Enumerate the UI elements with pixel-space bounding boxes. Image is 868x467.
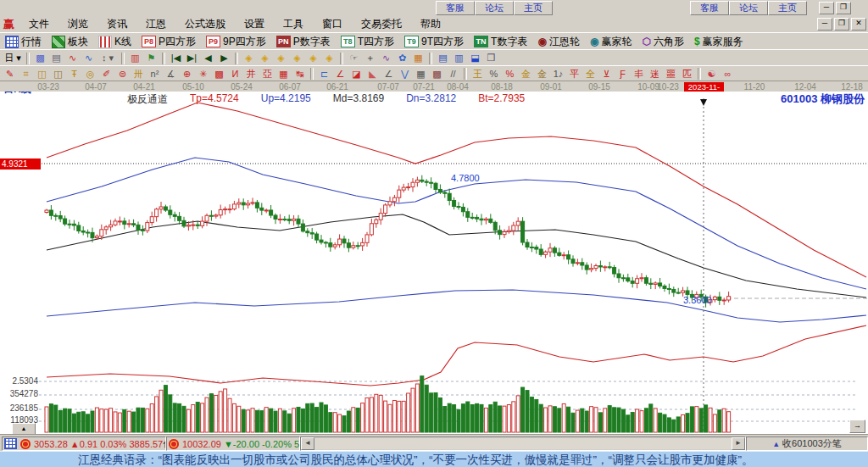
last-bar-icon[interactable]: ▶| (184, 51, 200, 65)
gold2-icon[interactable]: 金 (534, 67, 550, 81)
angle-icon[interactable]: ∠ (381, 67, 397, 81)
n-wave-icon[interactable]: И (227, 67, 243, 81)
toolbar-item-9t-square[interactable]: T99T四方形 (399, 35, 469, 49)
kline-style-icon[interactable]: ▥ (127, 51, 143, 65)
scrollbar-right-button[interactable]: ► (732, 437, 745, 450)
hand-tool-icon[interactable]: ☞ (346, 51, 362, 65)
pen-tool-icon[interactable]: ✎ (2, 67, 18, 81)
calculator-icon[interactable]: ▤ (435, 51, 451, 65)
menu-item-9[interactable]: 帮助 (411, 17, 450, 31)
n-square-icon[interactable]: n² (147, 67, 163, 81)
calendar-icon[interactable]: ▦ (410, 51, 426, 65)
titlebar-right-link-1[interactable]: 论坛 (729, 1, 768, 15)
tick-panel[interactable]: ▲ 收601003分笔 (746, 436, 868, 451)
scale-selector[interactable]: ↕ ▾ (97, 51, 119, 65)
grid-gray-icon[interactable]: ▦ (413, 67, 429, 81)
flat-icon[interactable]: 平 (566, 67, 582, 81)
wave-blue-icon[interactable]: ∿ (81, 51, 97, 65)
toolbar-item-quotes[interactable]: 行情 (0, 35, 47, 49)
toolbar-item-t-square[interactable]: T8T四方形 (336, 35, 399, 49)
titlebar-link-0[interactable]: 客服 (436, 1, 475, 15)
window-restore-button[interactable]: ❐ (836, 2, 851, 14)
child-close-button[interactable]: ✕ (851, 18, 866, 31)
chart-scrollbar[interactable]: ◄ ► (300, 436, 746, 451)
zoom-diamond-1-icon[interactable]: ◈ (241, 51, 257, 65)
gann-square-icon[interactable]: ◫ (34, 67, 50, 81)
yinyang-icon[interactable]: ☯ (704, 67, 720, 81)
f-line-icon[interactable]: Ƒ (615, 67, 631, 81)
e-grid-icon[interactable]: 噩 (663, 67, 679, 81)
crosshair-icon[interactable]: ＋ (362, 51, 378, 65)
child-minimize-button[interactable]: ─ (817, 18, 832, 31)
menu-item-7[interactable]: 窗口 (313, 17, 352, 31)
report-icon[interactable]: ▥ (451, 51, 467, 65)
truck-icon[interactable]: ❒ (483, 51, 499, 65)
menu-item-0[interactable]: 文件 (19, 17, 58, 31)
block-red-icon[interactable]: 亞 (259, 67, 275, 81)
xor-icon[interactable]: ⊻ (598, 67, 615, 81)
toolbar-item-t-number-table[interactable]: TNT数字表 (469, 35, 532, 49)
note-icon[interactable]: 1♪ (550, 67, 566, 81)
scroll-right-chart-button[interactable]: → (849, 420, 865, 433)
span-icon[interactable]: ↹ (292, 67, 308, 81)
toolbar-item-hexagon[interactable]: ⬡六角形 (637, 35, 688, 49)
half-square-icon[interactable]: ◪ (348, 67, 364, 81)
bars-gold-icon[interactable]: 卅 (131, 67, 147, 81)
menu-item-3[interactable]: 江恩 (136, 17, 175, 31)
toolbar-item-kline[interactable]: K线 (93, 35, 136, 49)
spiral-icon[interactable]: ◎ (82, 67, 98, 81)
pi-icon[interactable]: 匹 (679, 67, 695, 81)
zoom-diamond-3-icon[interactable]: ◈ (273, 51, 289, 65)
asterisk-icon[interactable]: ✳ (195, 67, 211, 81)
toolbar-item-winner-service[interactable]: $赢家服务 (689, 35, 748, 49)
child-restore-button[interactable]: ❐ (834, 18, 849, 31)
wave-red-icon[interactable]: ∿ (64, 51, 81, 65)
menu-item-8[interactable]: 交易委托 (352, 17, 411, 31)
gold-icon[interactable]: 金 (518, 67, 534, 81)
king-icon[interactable]: 王 (470, 67, 486, 81)
toolbar-item-p-number-table[interactable]: PNP数字表 (271, 35, 336, 49)
vee-icon[interactable]: ⋁ (397, 67, 413, 81)
scrollbar-track[interactable] (314, 438, 732, 449)
chart-area[interactable]: 江恩工具软件 QQ:100800360 赢家聊吧 财赢 日K线 极反通道 Tp=… (0, 92, 868, 434)
red-grid-icon[interactable]: ▩ (211, 67, 227, 81)
next-bar-icon[interactable]: ▶ (216, 51, 232, 65)
zoom-diamond-2-icon[interactable]: ◈ (257, 51, 273, 65)
toolbar-item-sectors[interactable]: 板块 (47, 35, 93, 49)
percent-icon[interactable]: % (486, 67, 502, 81)
marker-pen-icon[interactable]: ✐ (98, 67, 114, 81)
menu-item-6[interactable]: 工具 (274, 17, 313, 31)
toolbar-item-p-square[interactable]: P8P四方形 (136, 35, 201, 49)
expand-indicator-button[interactable]: ▲ (12, 423, 36, 434)
grid-dark-icon[interactable]: ▩ (429, 67, 445, 81)
titlebar-link-2[interactable]: 主页 (514, 1, 553, 15)
toolbar-item-9p-square[interactable]: P99P四方形 (201, 35, 271, 49)
triangle-icon[interactable]: ◣ (364, 67, 381, 81)
lattice-icon[interactable]: ▦ (275, 67, 292, 81)
gann-fan-icon[interactable]: ∠ (332, 67, 348, 81)
circle-cross-icon[interactable]: ⊕ (179, 67, 195, 81)
zoom-diamond-6-icon[interactable]: ◈ (321, 51, 337, 65)
quan-icon[interactable]: 全 (582, 67, 598, 81)
titlebar-right-link-0[interactable]: 客服 (690, 1, 729, 15)
board-icon[interactable]: ▤ (48, 51, 64, 65)
circle-lines-icon[interactable]: ⊜ (114, 67, 131, 81)
well-icon[interactable]: 井 (243, 67, 259, 81)
window-minimize-button[interactable]: ─ (819, 2, 834, 14)
feng-icon[interactable]: 丯 (631, 67, 647, 81)
toolbar-item-gann-wheel[interactable]: ◉江恩轮 (532, 35, 584, 49)
parallel-icon[interactable]: // (445, 67, 461, 81)
flag-icon[interactable]: ⚑ (143, 51, 159, 65)
scrollbar-left-button[interactable]: ◄ (301, 437, 314, 450)
gann-square2-icon[interactable]: ◫ (50, 67, 66, 81)
bracket-icon[interactable]: ⊏ (316, 67, 332, 81)
save-icon[interactable]: ⬓ (467, 51, 483, 65)
first-bar-icon[interactable]: |◀ (168, 51, 184, 65)
menu-item-1[interactable]: 浏览 (58, 17, 97, 31)
gann-grid-icon[interactable]: ⌗ (18, 67, 34, 81)
t-line-icon[interactable]: Ŧ (66, 67, 82, 81)
zoom-diamond-5-icon[interactable]: ◈ (305, 51, 321, 65)
menu-item-5[interactable]: 设置 (235, 17, 274, 31)
menu-item-4[interactable]: 公式选股 (175, 17, 235, 31)
zoom-diamond-4-icon[interactable]: ◈ (289, 51, 305, 65)
